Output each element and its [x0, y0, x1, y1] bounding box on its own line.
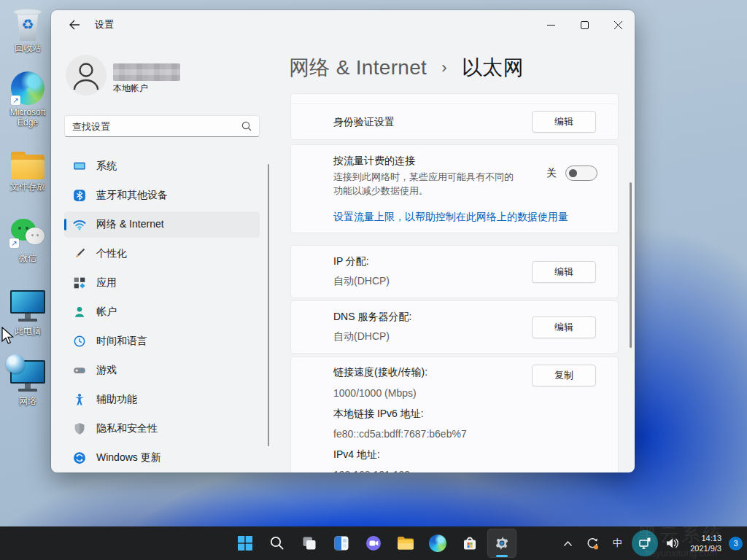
ip-row: IP 分配: 自动(DHCP) 编辑 — [291, 246, 618, 298]
chat-icon — [365, 534, 382, 552]
desktop-icon-edge[interactable]: ↗ Microsoft Edge — [4, 71, 51, 128]
avatar[interactable] — [66, 55, 107, 96]
close-icon — [614, 21, 622, 29]
breadcrumb: 网络 & Internet › 以太网 — [289, 54, 524, 82]
user-icon — [66, 55, 107, 96]
start-button[interactable] — [231, 529, 260, 558]
file-explorer-button[interactable] — [391, 529, 420, 558]
auth-edit-button[interactable]: 编辑 — [532, 111, 596, 133]
notification-badge[interactable]: 3 — [729, 537, 743, 551]
metered-row: 按流量计费的连接 连接到此网络时，某些应用可能具有不同的功能以减少数据使用。 关… — [291, 145, 618, 233]
desktop-icon-label: 文件存放 — [10, 182, 45, 192]
sidebar-item-gaming[interactable]: 游戏 — [64, 357, 260, 384]
folder-icon — [11, 152, 44, 179]
ime-indicator[interactable]: 中 — [607, 529, 627, 558]
tray-time: 14:13 — [690, 533, 721, 543]
sidebar-item-privacy-security[interactable]: 隐私和安全性 — [64, 416, 260, 442]
tray-network-button[interactable] — [632, 530, 658, 556]
sidebar-nav: 系统 蓝牙和其他设备 网络 & Internet 个性化 — [64, 153, 260, 472]
ipv6-label: 本地链接 IPv6 地址: — [333, 399, 606, 421]
gear-icon — [492, 534, 511, 553]
ip-card: IP 分配: 自动(DHCP) 编辑 — [290, 245, 619, 298]
copy-button[interactable]: 复制 — [532, 365, 596, 386]
mouse-cursor — [0, 327, 16, 346]
update-icon — [73, 451, 86, 464]
search-box — [64, 115, 260, 137]
desktop: ♻ 回收站 ↗ Microsoft Edge 文件存放 ↗ 微信 此电脑 — [0, 0, 747, 560]
globe-icon — [6, 354, 25, 373]
brush-icon — [73, 247, 86, 260]
desktop-icon-recycle-bin[interactable]: ♻ 回收站 — [4, 9, 51, 53]
desktop-icon-label: 此电脑 — [15, 326, 41, 336]
sidebar-item-windows-update[interactable]: Windows 更新 — [64, 445, 260, 471]
file-explorer-icon — [396, 534, 415, 552]
dns-row: DNS 服务器分配: 自动(DHCP) 编辑 — [291, 301, 618, 353]
window-title: 设置 — [95, 18, 114, 31]
this-pc-icon — [9, 290, 47, 324]
settings-taskbar-button[interactable] — [487, 529, 516, 558]
data-limit-link[interactable]: 设置流量上限，以帮助控制在此网络上的数据使用量 — [333, 211, 606, 224]
dns-edit-button[interactable]: 编辑 — [532, 316, 596, 338]
tray-clock[interactable]: 14:13 2021/9/3 — [690, 533, 721, 553]
sidebar-item-accounts[interactable]: 帐户 — [64, 299, 260, 325]
chat-button[interactable] — [359, 529, 388, 558]
dns-card: DNS 服务器分配: 自动(DHCP) 编辑 — [290, 300, 619, 354]
sidebar-item-apps[interactable]: 应用 — [64, 270, 260, 296]
accessibility-icon — [73, 393, 86, 406]
task-view-button[interactable] — [295, 529, 324, 558]
taskbar-search-button[interactable] — [263, 529, 292, 558]
search-icon — [268, 534, 286, 552]
search-icon — [241, 121, 252, 131]
breadcrumb-parent[interactable]: 网络 & Internet — [289, 56, 427, 79]
network-desktop-icon — [9, 360, 47, 394]
sync-icon — [585, 536, 600, 551]
ipv4-label: IPv4 地址: — [333, 440, 606, 462]
close-button[interactable] — [601, 10, 635, 39]
desktop-icon-wechat[interactable]: ↗ 微信 — [4, 219, 51, 263]
edge-icon: ↗ — [11, 71, 44, 105]
tray-date: 2021/9/3 — [690, 543, 721, 553]
widgets-icon — [333, 534, 350, 552]
sidebar-item-accessibility[interactable]: 辅助功能 — [64, 386, 260, 413]
minimize-button[interactable] — [534, 10, 568, 39]
sidebar-item-network-internet[interactable]: 网络 & Internet — [64, 211, 260, 238]
sidebar-item-personalization[interactable]: 个性化 — [64, 241, 260, 267]
desktop-icon-label: 微信 — [19, 253, 36, 263]
user-name-redacted — [113, 63, 180, 81]
desktop-icon-network[interactable]: 网络 — [4, 360, 51, 406]
desktop-icon-label: 网络 — [19, 396, 36, 406]
maximize-button[interactable] — [568, 10, 601, 39]
sidebar-scrollbar[interactable] — [268, 164, 269, 446]
widgets-button[interactable] — [327, 529, 356, 558]
back-button[interactable] — [63, 15, 86, 34]
ipv6-value: fe80::cd5a:bdff:7687:b6eb%7 — [333, 421, 606, 440]
metered-toggle[interactable] — [565, 166, 597, 181]
metered-card: 按流量计费的连接 连接到此网络时，某些应用可能具有不同的功能以减少数据使用。 关… — [290, 144, 619, 233]
sidebar-item-time-language[interactable]: 时间和语言 — [64, 328, 260, 354]
store-button[interactable] — [455, 529, 484, 558]
shortcut-arrow-icon: ↗ — [9, 238, 19, 248]
settings-window: 设置 本地帐户 — [51, 10, 635, 472]
metered-description: 连接到此网络时，某些应用可能具有不同的功能以减少数据使用。 — [333, 170, 517, 198]
tray-chevron-button[interactable] — [557, 529, 578, 558]
ip-edit-button[interactable]: 编辑 — [532, 261, 596, 283]
link-speed-row: 链接速度(接收/传输): 1000/1000 (Mbps) 本地链接 IPv6 … — [291, 357, 618, 472]
wechat-icon: ↗ — [9, 219, 46, 251]
toggle-state-label: 关 — [546, 167, 557, 180]
minimize-icon — [547, 21, 555, 29]
tray-sync-button[interactable] — [582, 529, 603, 558]
task-view-icon — [301, 534, 318, 552]
sidebar-item-system[interactable]: 系统 — [64, 153, 260, 179]
shield-icon — [73, 422, 86, 435]
sidebar-item-bluetooth[interactable]: 蓝牙和其他设备 — [64, 182, 260, 209]
content-scrollbar[interactable] — [630, 182, 632, 348]
settings-content: 身份验证设置 编辑 按流量计费的连接 连接到此网络时，某些应用可能具有不同的功能… — [290, 93, 619, 472]
edge-taskbar-button[interactable] — [423, 529, 452, 558]
bluetooth-icon — [73, 189, 86, 202]
page-title: 以太网 — [462, 56, 524, 79]
desktop-icon-files[interactable]: 文件存放 — [4, 152, 51, 192]
desktop-icon-label: 回收站 — [15, 43, 41, 53]
search-input[interactable] — [65, 121, 241, 132]
desktop-icon-label: Microsoft Edge — [4, 107, 51, 128]
tray-volume-button[interactable] — [662, 529, 683, 558]
